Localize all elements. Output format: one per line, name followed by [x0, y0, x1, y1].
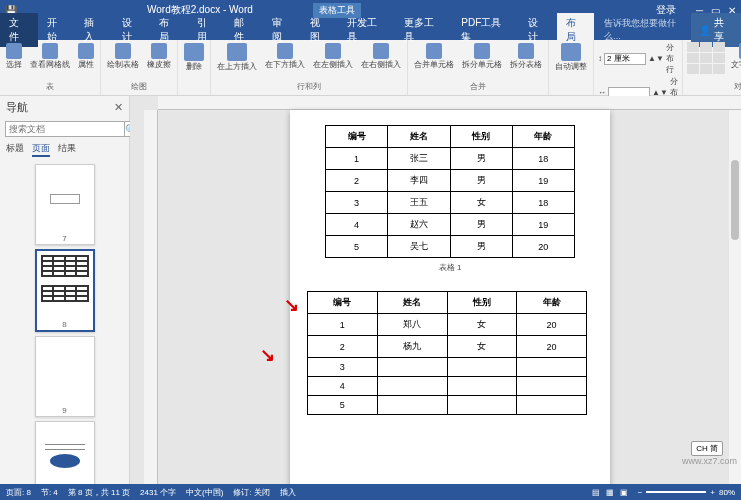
status-words[interactable]: 2431 个字 [140, 487, 176, 498]
select-button[interactable]: 选择 [4, 42, 24, 70]
table-row: 4 [308, 377, 587, 396]
zoom-level[interactable]: 80% [719, 488, 735, 497]
align-mr[interactable] [713, 53, 725, 63]
insert-below-button[interactable]: 在下方插入 [263, 42, 307, 70]
page-content[interactable]: 编号姓名性别年龄 1张三男18 2李四男19 3王五女18 4赵六男19 5吴七… [290, 110, 610, 484]
horizontal-ruler[interactable] [158, 96, 741, 110]
align-mc[interactable] [700, 53, 712, 63]
status-page[interactable]: 页面: 8 [6, 487, 31, 498]
text-direction-button[interactable]: 文字方向 [729, 42, 741, 70]
table-row: 4赵六男19 [326, 214, 575, 236]
properties-button[interactable]: 属性 [76, 42, 96, 70]
nav-tab-headings[interactable]: 标题 [6, 142, 24, 157]
align-bc[interactable] [700, 64, 712, 74]
table-row: 编号姓名性别年龄 [326, 126, 575, 148]
zoom-control[interactable]: − + 80% [638, 488, 735, 497]
search-input[interactable] [5, 121, 125, 137]
ribbon-group-autofit: 自动调整 [549, 40, 594, 95]
status-track[interactable]: 修订: 关闭 [233, 487, 269, 498]
ribbon-group-merge: 合并单元格 拆分单元格 拆分表格 合并 [408, 40, 549, 95]
vertical-ruler[interactable] [144, 110, 158, 484]
insert-above-button[interactable]: 在上方插入 [215, 42, 259, 72]
ribbon-group-draw: 绘制表格 橡皮擦 绘图 [101, 40, 178, 95]
nav-close-button[interactable]: ✕ [114, 101, 123, 114]
view-gridlines-button[interactable]: 查看网格线 [28, 42, 72, 70]
align-tr[interactable] [713, 42, 725, 52]
table-row: 2杨九女20 [308, 336, 587, 358]
table-row: 5 [308, 396, 587, 415]
table-row: 1郑八女20 [308, 314, 587, 336]
thumbnail-page-10[interactable]: 10 [35, 421, 95, 484]
ribbon-group-table: 选择 查看网格线 属性 表 [0, 40, 101, 95]
table-row: 2李四男19 [326, 170, 575, 192]
group-label: 表 [46, 81, 54, 93]
status-insert[interactable]: 插入 [280, 487, 296, 498]
table-row: 5吴七男20 [326, 236, 575, 258]
ime-indicator[interactable]: CH 简 [691, 441, 723, 456]
table-row: 3 [308, 358, 587, 377]
login-link[interactable]: 登录 [656, 3, 676, 17]
zoom-slider[interactable] [646, 491, 706, 493]
zoom-out-button[interactable]: − [638, 488, 643, 497]
align-bl[interactable] [687, 64, 699, 74]
delete-button[interactable]: 删除 [182, 42, 206, 72]
table-row: 编号姓名性别年龄 [308, 292, 587, 314]
distribute-rows-button[interactable]: 分布行 [666, 42, 678, 75]
insert-left-button[interactable]: 在左侧插入 [311, 42, 355, 70]
status-pages[interactable]: 第 8 页，共 11 页 [68, 487, 130, 498]
share-icon: 👤 [699, 25, 711, 36]
align-tl[interactable] [687, 42, 699, 52]
view-web-icon[interactable]: ▣ [620, 488, 628, 497]
status-section[interactable]: 节: 4 [41, 487, 58, 498]
annotation-arrow-icon: ↘ [260, 344, 275, 366]
thumbnail-page-8[interactable]: 8 [35, 249, 95, 332]
split-table-button[interactable]: 拆分表格 [508, 42, 544, 70]
align-tc[interactable] [700, 42, 712, 52]
zoom-in-button[interactable]: + [710, 488, 715, 497]
draw-table-button[interactable]: 绘制表格 [105, 42, 141, 70]
nav-tab-pages[interactable]: 页面 [32, 142, 50, 157]
align-ml[interactable] [687, 53, 699, 63]
table-row: 1张三男18 [326, 148, 575, 170]
merge-cells-button[interactable]: 合并单元格 [412, 42, 456, 70]
ribbon-group-cell-size: ↕▲▼分布行 ↔▲▼分布列 单元格大小 [594, 40, 683, 95]
ribbon-group-rows-cols: 在上方插入 在下方插入 在左侧插入 在右侧插入 行和列 [211, 40, 408, 95]
insert-right-button[interactable]: 在右侧插入 [359, 42, 403, 70]
align-br[interactable] [713, 64, 725, 74]
status-language[interactable]: 中文(中国) [186, 487, 223, 498]
table-caption: 表格 1 [325, 262, 575, 273]
table-1[interactable]: 编号姓名性别年龄 1张三男18 2李四男19 3王五女18 4赵六男19 5吴七… [325, 125, 575, 258]
ribbon-group-alignment: 文字方向 单元格边距 对齐方式 [683, 40, 741, 95]
annotation-arrow-icon: ↘ [284, 294, 299, 316]
view-print-icon[interactable]: ▦ [606, 488, 614, 497]
thumbnail-page-9[interactable]: 9 [35, 336, 95, 417]
status-bar: 页面: 8 节: 4 第 8 页，共 11 页 2431 个字 中文(中国) 修… [0, 484, 741, 500]
autofit-button[interactable]: 自动调整 [553, 42, 589, 72]
menu-bar: 文件 开始 插入 设计 布局 引用 邮件 审阅 视图 开发工具 更多工具 PDF… [0, 20, 741, 40]
nav-title: 导航 [6, 100, 28, 115]
vertical-scrollbar[interactable] [729, 110, 741, 484]
ribbon-group-delete: 删除 [178, 40, 211, 95]
thumbnail-page-7[interactable]: 7 [35, 164, 95, 245]
row-height-input[interactable] [604, 53, 646, 65]
ribbon: 选择 查看网格线 属性 表 绘制表格 橡皮擦 绘图 删除 在上方插入 在下方插入… [0, 40, 741, 96]
document-canvas[interactable]: 编号姓名性别年龄 1张三男18 2李四男19 3王五女18 4赵六男19 5吴七… [130, 96, 741, 484]
thumbnail-list[interactable]: 7 8 9 10 [0, 160, 129, 484]
table-2[interactable]: 编号姓名性别年龄 1郑八女20 2杨九女20 3 4 5 [307, 291, 587, 415]
eraser-button[interactable]: 橡皮擦 [145, 42, 173, 70]
nav-tab-results[interactable]: 结果 [58, 142, 76, 157]
navigation-panel: 导航✕ 🔍 标题 页面 结果 7 8 9 10 [0, 96, 130, 484]
table-row: 3王五女18 [326, 192, 575, 214]
split-cells-button[interactable]: 拆分单元格 [460, 42, 504, 70]
view-read-icon[interactable]: ▤ [592, 488, 600, 497]
height-icon: ↕ [598, 54, 602, 63]
